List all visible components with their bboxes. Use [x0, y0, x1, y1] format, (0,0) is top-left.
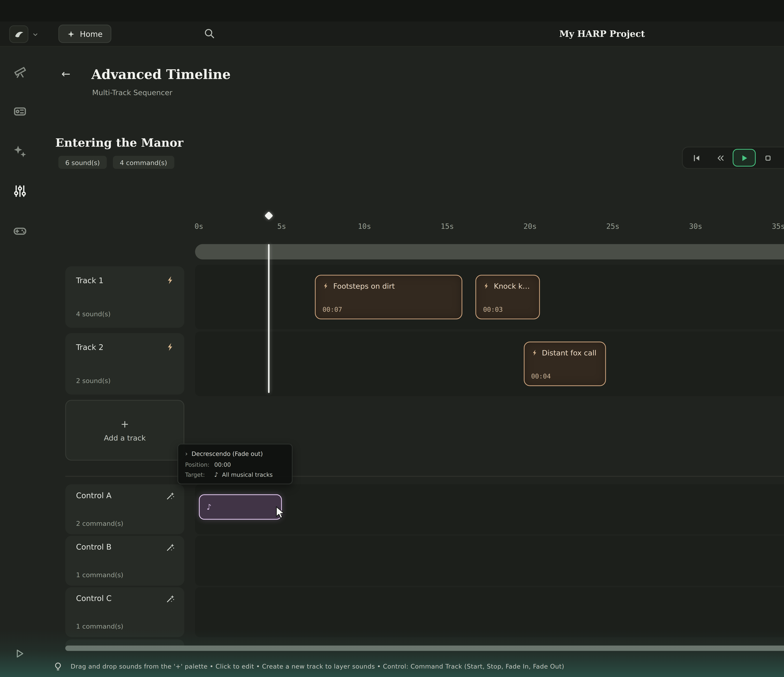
control-lane[interactable] [195, 587, 784, 637]
sidebar-item-sequencer[interactable] [13, 184, 27, 198]
ruler-tick: 20s [523, 222, 537, 230]
stop-button[interactable] [756, 149, 779, 166]
sound-lane[interactable]: Distant fox call00:04Footsteps on wood00… [195, 332, 784, 396]
plus-icon: + [121, 418, 129, 430]
ruler-tick: 25s [606, 222, 619, 230]
rewind-button[interactable] [709, 149, 732, 166]
track-count: 2 command(s) [76, 520, 123, 527]
command-clip[interactable]: ♪ [199, 494, 282, 520]
add-track-label: Add a track [104, 434, 146, 442]
track-name: Control A [76, 491, 112, 500]
app-toolbar: Home My HARP Project Tome [0, 22, 784, 47]
track-card[interactable]: Track 22 sound(s) [65, 333, 184, 394]
clip-duration: 00:07 [322, 306, 454, 313]
play-button[interactable] [733, 149, 756, 166]
sound-clip[interactable]: Footsteps on dirt00:07 [315, 275, 462, 319]
rewind-icon [716, 153, 725, 162]
clip-label: Footsteps on dirt [333, 282, 395, 290]
lightbulb-icon [53, 661, 63, 672]
wand-icon [166, 594, 175, 603]
clip-duration: 00:03 [483, 306, 532, 313]
tooltip-position-label: Position: [185, 461, 210, 468]
track-count: 2 sound(s) [76, 377, 110, 385]
track-count: 4 sound(s) [76, 310, 110, 318]
track-card[interactable]: Control A2 command(s) [65, 484, 184, 534]
track-name: Track 2 [76, 343, 104, 351]
status-bar: Drag and drop sounds from the '+' palett… [0, 656, 784, 677]
tooltip-target-label: Target: [185, 471, 210, 478]
clip-label: Distant fox call [542, 349, 596, 357]
page-subtitle: Multi-Track Sequencer [92, 88, 172, 97]
back-button[interactable]: ← [61, 68, 70, 80]
playhead-line[interactable] [268, 244, 269, 393]
playhead-marker[interactable] [264, 211, 273, 220]
fast-forward-button[interactable] [780, 149, 784, 166]
sidebar-item-recordings[interactable] [13, 104, 27, 118]
track-name: Control C [76, 594, 112, 602]
project-title: My HARP Project [0, 28, 784, 39]
tooltip-position-value: 00:00 [214, 461, 231, 468]
lightning-icon [166, 342, 175, 351]
wand-icon [166, 543, 175, 552]
ruler-tick: 15s [440, 222, 454, 230]
sequencer-area: Track 14 sound(s)Footsteps on dirt00:07K… [0, 0, 784, 677]
music-note-icon: ♪ [207, 503, 212, 511]
chevron-right-icon: › [185, 450, 188, 457]
lightning-icon [531, 349, 538, 356]
lightning-icon [322, 283, 330, 289]
ruler-tick: 5s [277, 222, 286, 230]
timeline-ruler[interactable]: 0s5s10s15s20s25s30s35s40s45s50s55s1:00 [195, 222, 784, 233]
skip-start-button[interactable] [685, 149, 708, 166]
tooltip-title: Decrescendo (Fade out) [191, 450, 263, 457]
scene-badge: 4 command(s) [113, 156, 174, 169]
window-titlebar [0, 0, 784, 22]
track-card[interactable]: Control B1 command(s) [65, 536, 184, 585]
mouse-cursor [274, 506, 287, 519]
stop-icon [764, 153, 773, 162]
timeline-scrollbar[interactable] [195, 244, 784, 259]
transport-controls [682, 147, 784, 169]
scene-badge: 6 sound(s) [58, 156, 107, 169]
sound-clip[interactable]: Knock knock00:03 [475, 275, 540, 319]
sound-lane[interactable]: Footsteps on dirt00:07Knock knock00:03Cr… [195, 265, 784, 329]
lightning-icon [166, 275, 175, 285]
mixer-icon [13, 184, 27, 198]
hint-text: Drag and drop sounds from the '+' palett… [71, 663, 564, 670]
track-count: 1 command(s) [76, 623, 123, 630]
app-window: Home My HARP Project Tome ← Advanced Tim… [0, 0, 784, 677]
sidebar-item-create[interactable] [13, 144, 27, 158]
scene-badges: 6 sound(s)4 command(s) [58, 156, 174, 169]
ruler-tick: 0s [194, 222, 203, 230]
wand-icon [166, 491, 175, 500]
page-title: Advanced Timeline [92, 67, 231, 82]
ruler-tick: 30s [689, 222, 702, 230]
track-name: Control B [76, 543, 112, 551]
ruler-tick: 35s [772, 222, 784, 230]
gamepad-icon [13, 224, 27, 238]
tracks-divider [65, 476, 784, 477]
tooltip-target-value: All musical tracks [222, 471, 273, 478]
horizontal-scrollbar[interactable] [65, 646, 784, 651]
sidebar-item-explore[interactable] [13, 64, 27, 78]
scrollbar-thumb[interactable] [65, 646, 784, 651]
play-icon [740, 153, 749, 162]
skipstart-icon [692, 153, 701, 162]
clip-duration: 00:04 [531, 372, 599, 380]
add-track-button[interactable]: + Add a track [65, 400, 184, 461]
command-tooltip: › Decrescendo (Fade out) Position: 00:00… [177, 444, 292, 484]
track-name: Track 1 [76, 276, 104, 285]
sparkles-icon [13, 144, 27, 158]
music-note-icon: ♪ [214, 471, 218, 478]
lightning-icon [483, 283, 490, 289]
scene-title: Entering the Manor [55, 136, 184, 150]
track-card[interactable]: Control C1 command(s) [65, 587, 184, 637]
telescope-icon [13, 64, 27, 78]
track-count: 1 command(s) [76, 571, 123, 579]
sidebar-item-games[interactable] [13, 224, 27, 238]
track-card[interactable]: Track 14 sound(s) [65, 266, 184, 328]
sound-clip[interactable]: Distant fox call00:04 [523, 342, 606, 386]
recorder-icon [13, 104, 27, 118]
ruler-tick: 10s [358, 222, 371, 230]
sidebar [0, 64, 40, 238]
control-lane[interactable] [195, 536, 784, 585]
